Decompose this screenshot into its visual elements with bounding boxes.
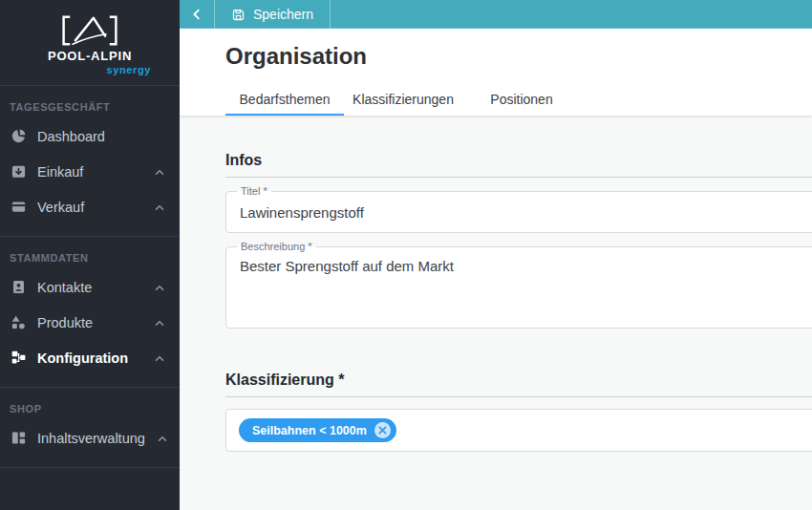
tab-bedarfsthemen[interactable]: Bedarfsthemen — [225, 85, 344, 116]
logo: POOL-ALPIN synergy — [0, 0, 180, 86]
tab-positionen[interactable]: Positionen — [462, 85, 581, 116]
sidebar-section-tagesgeschaeft: TAGESGESCHÄFT Dashboard Einka — [0, 86, 180, 237]
page-title: Organisation — [225, 29, 812, 70]
sidebar-section-stammdaten: STAMMDATEN Kontakte — [0, 237, 180, 388]
titel-field-label: Titel * — [237, 184, 271, 199]
sidebar-item-label: Dashboard — [37, 129, 105, 144]
titel-input[interactable] — [240, 204, 801, 221]
classification-chip: Seilbahnen < 1000m — [239, 418, 396, 442]
classification-chip-label: Seilbahnen < 1000m — [252, 424, 367, 437]
sidebar-item-verkauf[interactable]: Verkauf — [0, 189, 180, 224]
sidebar-item-einkauf[interactable]: Einkauf — [0, 154, 180, 189]
sidebar-item-label: Inhaltsverwaltung — [37, 431, 145, 446]
section-divider — [225, 396, 812, 397]
chevron-up-icon — [153, 316, 166, 329]
beschreibung-field: Beschreibung * Bester Sprengstoff auf de… — [225, 246, 812, 329]
titel-field: Titel * — [225, 191, 812, 233]
sidebar-item-konfiguration[interactable]: Konfiguration — [0, 340, 180, 375]
sidebar-item-label: Einkauf — [37, 164, 83, 180]
sidebar-item-label: Verkauf — [37, 200, 84, 215]
contact-badge-icon — [10, 279, 27, 296]
form-content: Infos Titel * Beschreibung * Bester Spre… — [180, 116, 812, 510]
klassifizierung-heading: Klassifizierung * — [225, 372, 812, 389]
infos-heading: Infos — [225, 152, 812, 169]
beschreibung-textarea[interactable]: Bester Sprengstoff auf dem Markt — [240, 258, 801, 317]
save-button[interactable]: Speichern — [215, 0, 331, 29]
chevron-left-icon — [189, 7, 204, 22]
sidebar-item-label: Kontakte — [37, 280, 92, 295]
sidebar-item-label: Konfiguration — [37, 351, 128, 366]
sidebar-section-shop: SHOP Inhaltsverwaltung — [0, 388, 180, 468]
logo-brand: POOL-ALPIN — [48, 49, 132, 63]
credit-card-icon — [10, 199, 27, 216]
page-header: Organisation Bedarfsthemen Klassifizieru… — [180, 29, 812, 116]
section-divider — [225, 177, 812, 178]
mountain-brackets-logo-icon — [60, 14, 119, 47]
close-icon — [378, 426, 387, 435]
sidebar-item-label: Produkte — [37, 315, 93, 330]
sidebar-section-label: SHOP — [0, 395, 180, 420]
chevron-up-icon — [153, 281, 166, 294]
tab-bar: Bedarfsthemen Klassifizierungen Position… — [225, 85, 812, 116]
tab-klassifizierungen[interactable]: Klassifizierungen — [344, 85, 462, 116]
shapes-icon — [10, 314, 27, 331]
sidebar-section-label: TAGESGESCHÄFT — [0, 94, 180, 118]
chevron-up-icon — [153, 201, 166, 214]
logo-sub: synergy — [107, 64, 151, 75]
main-area: Speichern Organisation Bedarfsthemen Kla… — [180, 0, 812, 510]
schema-icon — [10, 350, 27, 367]
dashboard-pie-icon — [10, 128, 27, 145]
save-button-label: Speichern — [253, 7, 313, 22]
klassifizierung-chip-container[interactable]: Seilbahnen < 1000m — [225, 409, 812, 452]
sidebar-item-kontakte[interactable]: Kontakte — [0, 269, 180, 305]
chip-remove-button[interactable] — [374, 422, 391, 438]
action-toolbar: Speichern — [180, 0, 812, 29]
sidebar-item-inhaltsverwaltung[interactable]: Inhaltsverwaltung — [0, 420, 180, 456]
sidebar-section-label: STAMMDATEN — [0, 244, 180, 269]
layout-dashboard-icon — [10, 430, 27, 447]
purchase-inbox-icon — [10, 163, 27, 181]
sidebar-item-dashboard[interactable]: Dashboard — [0, 118, 180, 154]
floppy-disk-icon — [231, 8, 246, 22]
app-window: POOL-ALPIN synergy TAGESGESCHÄFT Dashboa… — [0, 0, 812, 510]
chevron-up-icon — [153, 351, 166, 365]
sidebar-item-produkte[interactable]: Produkte — [0, 305, 180, 340]
back-button[interactable] — [180, 0, 215, 29]
sidebar-empty-area — [0, 468, 180, 510]
chevron-up-icon — [153, 165, 166, 179]
beschreibung-field-label: Beschreibung * — [237, 240, 316, 254]
chevron-up-icon — [156, 432, 169, 445]
sidebar: POOL-ALPIN synergy TAGESGESCHÄFT Dashboa… — [0, 0, 180, 510]
